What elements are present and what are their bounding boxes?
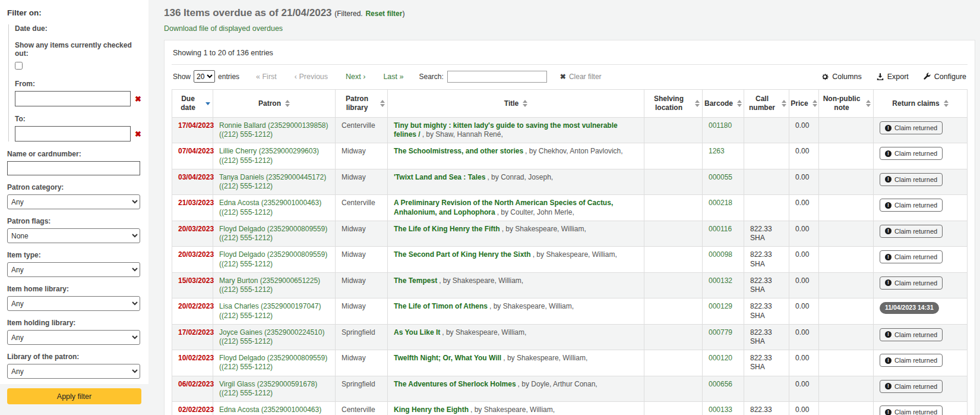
columns-label: Columns — [832, 73, 861, 81]
item-home-library-select[interactable]: Any — [7, 296, 140, 311]
patron-link[interactable]: Ronnie Ballard (23529000139858) — [219, 121, 328, 130]
pager-last[interactable]: Last » — [383, 73, 403, 81]
configure-button[interactable]: Configure — [923, 73, 966, 81]
patron-link[interactable]: Lillie Cherry (23529000299603) — [219, 147, 319, 155]
barcode-link[interactable]: 000055 — [709, 173, 732, 181]
claim-returned-button[interactable]: Claim returned — [880, 380, 943, 393]
claim-returned-button[interactable]: Claim returned — [880, 354, 943, 367]
clear-filter-button[interactable]: ✖ Clear filter — [560, 73, 602, 81]
patron-flags-select[interactable]: None — [7, 228, 140, 243]
barcode-link[interactable]: 000098 — [709, 250, 732, 259]
table-row: 17/04/2023 Ronnie Ballard (2352900013985… — [172, 118, 968, 143]
sort-icon — [944, 100, 949, 107]
barcode-link[interactable]: 000133 — [709, 405, 732, 414]
title-link[interactable]: Twelfth Night; Or, What You Will — [394, 354, 501, 362]
patron-link[interactable]: Tanya Daniels (23529000445172) — [219, 173, 326, 181]
item-holding-library-select[interactable]: Any — [7, 330, 140, 345]
column-header-patron-library[interactable]: Patron library — [336, 90, 388, 118]
table-row: 10/02/2023 Floyd Delgado (23529000809559… — [172, 350, 968, 376]
column-header-patron[interactable]: Patron — [213, 90, 336, 118]
patron-phone: ((212) 555-1212) — [219, 337, 273, 345]
due-date: 15/03/2023 — [178, 276, 214, 285]
patron-link[interactable]: Edna Acosta (23529001000463) — [219, 405, 321, 414]
column-header-shelving-location[interactable]: Shelving location — [644, 90, 703, 118]
barcode-link[interactable]: 1263 — [709, 147, 725, 155]
claim-returned-button[interactable]: Claim returned — [880, 225, 943, 238]
column-header-price[interactable]: Price — [789, 90, 819, 118]
clear-from-date-icon[interactable]: ✖ — [135, 95, 141, 103]
entries-label: entries — [218, 73, 239, 81]
table-row: 06/02/2023 Virgil Glass (23529000591678)… — [172, 376, 968, 401]
column-header-barcode[interactable]: Barcode — [703, 90, 744, 118]
title-link[interactable]: The Adventures of Sherlock Holmes — [394, 380, 516, 388]
pager-first[interactable]: « First — [256, 73, 277, 81]
title-link[interactable]: King Henry the Eighth — [394, 405, 469, 414]
patron-link[interactable]: Floyd Delgado (23529000809559) — [219, 354, 327, 362]
patron-category-select[interactable]: Any — [7, 194, 140, 209]
checked-out-checkbox[interactable] — [15, 62, 23, 70]
barcode-link[interactable]: 000120 — [709, 354, 732, 362]
exclamation-circle-icon — [885, 357, 892, 364]
title-link[interactable]: The Life of Timon of Athens — [394, 302, 488, 310]
barcode-link[interactable]: 001180 — [709, 121, 732, 130]
claim-returned-button[interactable]: Claim returned — [880, 147, 943, 160]
column-header-due-date[interactable]: Due date — [172, 90, 213, 118]
patron-link[interactable]: Lisa Charles (23529000197047) — [219, 302, 321, 310]
barcode-link[interactable]: 000116 — [709, 225, 732, 233]
date-to-input[interactable] — [15, 126, 131, 142]
title-link[interactable]: The Life of King Henry the Fifth — [394, 225, 500, 233]
apply-filter-button[interactable]: Apply filter — [7, 388, 141, 404]
barcode-link[interactable]: 000132 — [709, 276, 732, 285]
due-date: 20/02/2023 — [178, 302, 214, 310]
due-date: 20/03/2023 — [178, 250, 214, 259]
title-link[interactable]: The Tempest — [394, 276, 437, 285]
claim-returned-button[interactable]: Claim returned — [880, 250, 943, 263]
gear-icon — [821, 73, 829, 81]
date-from-input[interactable] — [15, 91, 131, 106]
barcode-link[interactable]: 000129 — [709, 302, 732, 310]
export-button[interactable]: Export — [876, 73, 909, 81]
patron-link[interactable]: Floyd Delgado (23529000809559) — [219, 225, 327, 233]
claim-returned-button[interactable]: Claim returned — [880, 173, 943, 186]
sort-icon — [782, 100, 786, 107]
patron-link[interactable]: Edna Acosta (23529001000463) — [219, 199, 321, 207]
export-label: Export — [887, 73, 909, 81]
claim-returned-button[interactable]: Claim returned — [880, 121, 943, 134]
pager-next[interactable]: Next › — [346, 73, 365, 81]
claim-returned-button[interactable]: Claim returned — [880, 276, 943, 290]
title-link[interactable]: The Schoolmistress, and other stories — [394, 147, 523, 155]
barcode-link[interactable]: 000218 — [709, 199, 732, 207]
title-author: , by Doyle, Arthur Conan, — [518, 380, 598, 388]
patron-link[interactable]: Virgil Glass (23529000591678) — [219, 380, 317, 388]
title-link[interactable]: 'Twixt Land and Sea : Tales — [394, 173, 485, 181]
page-size-select[interactable]: 20 — [194, 70, 215, 83]
from-label: From: — [15, 80, 141, 88]
title-link[interactable]: As You Like It — [394, 328, 440, 337]
download-overdues-link[interactable]: Download file of displayed overdues — [164, 24, 283, 33]
patron-link[interactable]: Floyd Delgado (23529000809559) — [219, 250, 327, 259]
claim-returned-button[interactable]: Claim returned — [880, 328, 943, 341]
claim-returned-button[interactable]: Claim returned — [880, 199, 943, 212]
column-header-title[interactable]: Title — [388, 90, 644, 118]
name-cardnumber-input[interactable] — [7, 161, 140, 175]
patron-link[interactable]: Mary Burton (23529000651225) — [219, 276, 320, 285]
reset-filter-link[interactable]: Reset filter — [365, 10, 402, 18]
column-header-return-claims[interactable]: Return claims — [874, 90, 968, 118]
item-type-select[interactable]: Any — [7, 262, 140, 277]
patron-library: Midway — [342, 250, 366, 259]
pager-previous[interactable]: ‹ Previous — [295, 73, 328, 81]
title-link[interactable]: The Second Part of King Henry the Sixth — [394, 250, 531, 259]
library-of-patron-select[interactable]: Any — [7, 364, 140, 379]
column-header-non-public-note[interactable]: Non-public note — [819, 90, 874, 118]
due-date: 21/03/2023 — [178, 199, 214, 207]
claim-returned-button[interactable]: Claim returned — [880, 405, 943, 415]
barcode-link[interactable]: 000779 — [709, 328, 732, 337]
table-row: 07/04/2023 Lillie Cherry (23529000299603… — [172, 143, 968, 169]
columns-button[interactable]: Columns — [821, 73, 861, 81]
barcode-link[interactable]: 000656 — [709, 380, 732, 388]
clear-to-date-icon[interactable]: ✖ — [135, 130, 141, 139]
title-author: , by Chekhov, Anton Pavlovich, — [525, 147, 623, 155]
column-header-call-number[interactable]: Call number — [744, 90, 789, 118]
search-input[interactable] — [447, 71, 547, 83]
patron-link[interactable]: Joyce Gaines (23529000224510) — [219, 328, 324, 337]
